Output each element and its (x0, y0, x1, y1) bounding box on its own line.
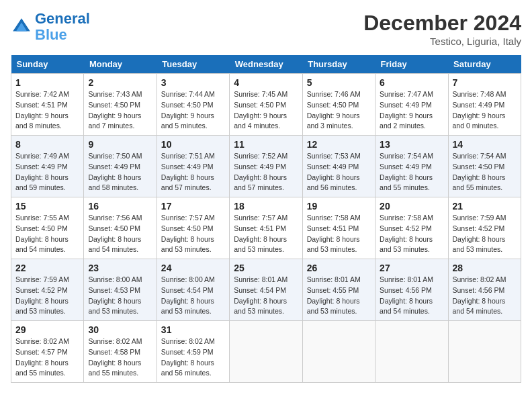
calendar-cell: 29Sunrise: 8:02 AM Sunset: 4:57 PM Dayli… (11, 321, 84, 383)
calendar-cell: 27Sunrise: 8:01 AM Sunset: 4:56 PM Dayli… (375, 259, 448, 321)
weekday-header-tuesday: Tuesday (157, 55, 229, 74)
day-number: 19 (307, 201, 371, 212)
day-info: Sunrise: 7:58 AM Sunset: 4:52 PM Dayligh… (380, 213, 443, 255)
day-number: 31 (161, 324, 225, 335)
day-info: Sunrise: 7:54 AM Sunset: 4:49 PM Dayligh… (380, 151, 443, 193)
day-number: 4 (234, 77, 298, 88)
calendar-cell: 25Sunrise: 8:01 AM Sunset: 4:54 PM Dayli… (230, 259, 302, 321)
calendar-cell: 6Sunrise: 7:47 AM Sunset: 4:49 PM Daylig… (375, 74, 448, 136)
weekday-header-row: SundayMondayTuesdayWednesdayThursdayFrid… (11, 55, 521, 74)
calendar-week-2: 8Sunrise: 7:49 AM Sunset: 4:49 PM Daylig… (11, 136, 521, 197)
day-number: 14 (453, 139, 517, 150)
day-number: 10 (161, 139, 225, 150)
day-info: Sunrise: 7:51 AM Sunset: 4:49 PM Dayligh… (161, 151, 225, 193)
day-info: Sunrise: 7:59 AM Sunset: 4:52 PM Dayligh… (453, 213, 517, 255)
day-number: 5 (307, 77, 371, 88)
day-info: Sunrise: 7:43 AM Sunset: 4:50 PM Dayligh… (88, 89, 152, 132)
day-info: Sunrise: 8:02 AM Sunset: 4:59 PM Dayligh… (161, 336, 225, 379)
calendar-cell: 19Sunrise: 7:58 AM Sunset: 4:51 PM Dayli… (302, 197, 375, 259)
logo-icon (11, 16, 32, 38)
day-number: 1 (15, 77, 79, 88)
calendar-cell: 22Sunrise: 7:59 AM Sunset: 4:52 PM Dayli… (11, 259, 84, 321)
day-info: Sunrise: 8:02 AM Sunset: 4:56 PM Dayligh… (453, 275, 517, 317)
day-number: 30 (88, 324, 152, 335)
calendar-cell: 10Sunrise: 7:51 AM Sunset: 4:49 PM Dayli… (157, 136, 229, 197)
calendar-cell: 2Sunrise: 7:43 AM Sunset: 4:50 PM Daylig… (84, 74, 157, 136)
weekday-header-friday: Friday (375, 55, 448, 74)
day-number: 7 (453, 77, 517, 88)
day-info: Sunrise: 7:54 AM Sunset: 4:50 PM Dayligh… (453, 151, 517, 193)
day-info: Sunrise: 7:57 AM Sunset: 4:50 PM Dayligh… (161, 213, 225, 255)
logo: General Blue (11, 11, 90, 43)
calendar-cell (230, 321, 302, 383)
day-number: 17 (161, 201, 225, 212)
day-info: Sunrise: 7:44 AM Sunset: 4:50 PM Dayligh… (161, 89, 225, 132)
calendar-cell: 30Sunrise: 8:02 AM Sunset: 4:58 PM Dayli… (84, 321, 157, 383)
day-number: 13 (380, 139, 443, 150)
title-section: December 2024 Testico, Liguria, Italy (363, 11, 521, 47)
day-info: Sunrise: 7:48 AM Sunset: 4:49 PM Dayligh… (453, 89, 517, 132)
day-info: Sunrise: 7:49 AM Sunset: 4:49 PM Dayligh… (15, 151, 79, 193)
day-info: Sunrise: 8:00 AM Sunset: 4:53 PM Dayligh… (88, 275, 152, 317)
calendar-cell: 20Sunrise: 7:58 AM Sunset: 4:52 PM Dayli… (375, 197, 448, 259)
calendar-cell: 31Sunrise: 8:02 AM Sunset: 4:59 PM Dayli… (157, 321, 229, 383)
calendar-cell: 18Sunrise: 7:57 AM Sunset: 4:51 PM Dayli… (230, 197, 302, 259)
day-info: Sunrise: 7:46 AM Sunset: 4:50 PM Dayligh… (307, 89, 371, 132)
day-number: 26 (307, 263, 371, 273)
day-info: Sunrise: 7:45 AM Sunset: 4:50 PM Dayligh… (234, 89, 298, 132)
calendar-cell: 5Sunrise: 7:46 AM Sunset: 4:50 PM Daylig… (302, 74, 375, 136)
day-number: 15 (15, 201, 79, 212)
day-info: Sunrise: 7:52 AM Sunset: 4:49 PM Dayligh… (234, 151, 298, 193)
day-number: 9 (88, 139, 152, 150)
calendar-cell: 1Sunrise: 7:42 AM Sunset: 4:51 PM Daylig… (11, 74, 84, 136)
day-number: 24 (161, 263, 225, 273)
day-info: Sunrise: 8:01 AM Sunset: 4:54 PM Dayligh… (234, 275, 298, 317)
weekday-header-saturday: Saturday (448, 55, 521, 74)
calendar-cell: 17Sunrise: 7:57 AM Sunset: 4:50 PM Dayli… (157, 197, 229, 259)
day-info: Sunrise: 8:00 AM Sunset: 4:54 PM Dayligh… (161, 275, 225, 317)
day-info: Sunrise: 7:55 AM Sunset: 4:50 PM Dayligh… (15, 213, 79, 255)
calendar-week-1: 1Sunrise: 7:42 AM Sunset: 4:51 PM Daylig… (11, 74, 521, 136)
day-number: 8 (15, 139, 79, 150)
day-number: 20 (380, 201, 443, 212)
day-info: Sunrise: 7:47 AM Sunset: 4:49 PM Dayligh… (380, 89, 443, 132)
day-info: Sunrise: 8:02 AM Sunset: 4:57 PM Dayligh… (15, 336, 79, 379)
month-title: December 2024 (363, 11, 521, 36)
calendar-cell: 3Sunrise: 7:44 AM Sunset: 4:50 PM Daylig… (157, 74, 229, 136)
weekday-header-thursday: Thursday (302, 55, 375, 74)
day-number: 18 (234, 201, 298, 212)
day-info: Sunrise: 8:02 AM Sunset: 4:58 PM Dayligh… (88, 336, 152, 379)
calendar-cell: 9Sunrise: 7:50 AM Sunset: 4:49 PM Daylig… (84, 136, 157, 197)
calendar-week-5: 29Sunrise: 8:02 AM Sunset: 4:57 PM Dayli… (11, 321, 521, 383)
calendar-cell: 15Sunrise: 7:55 AM Sunset: 4:50 PM Dayli… (11, 197, 84, 259)
calendar-week-3: 15Sunrise: 7:55 AM Sunset: 4:50 PM Dayli… (11, 197, 521, 259)
calendar-cell: 14Sunrise: 7:54 AM Sunset: 4:50 PM Dayli… (448, 136, 521, 197)
day-number: 3 (161, 77, 225, 88)
calendar-cell (302, 321, 375, 383)
day-info: Sunrise: 7:59 AM Sunset: 4:52 PM Dayligh… (15, 275, 79, 317)
day-number: 11 (234, 139, 298, 150)
day-info: Sunrise: 7:42 AM Sunset: 4:51 PM Dayligh… (15, 89, 79, 132)
day-info: Sunrise: 7:57 AM Sunset: 4:51 PM Dayligh… (234, 213, 298, 255)
calendar-cell: 28Sunrise: 8:02 AM Sunset: 4:56 PM Dayli… (448, 259, 521, 321)
calendar-cell: 16Sunrise: 7:56 AM Sunset: 4:50 PM Dayli… (84, 197, 157, 259)
calendar-cell: 13Sunrise: 7:54 AM Sunset: 4:49 PM Dayli… (375, 136, 448, 197)
logo-text: General Blue (35, 11, 90, 43)
weekday-header-sunday: Sunday (11, 55, 84, 74)
calendar-cell (375, 321, 448, 383)
calendar-cell: 23Sunrise: 8:00 AM Sunset: 4:53 PM Dayli… (84, 259, 157, 321)
location: Testico, Liguria, Italy (363, 36, 521, 47)
day-number: 27 (380, 263, 443, 273)
day-info: Sunrise: 7:50 AM Sunset: 4:49 PM Dayligh… (88, 151, 152, 193)
calendar-cell: 4Sunrise: 7:45 AM Sunset: 4:50 PM Daylig… (230, 74, 302, 136)
day-number: 22 (15, 263, 79, 273)
day-number: 28 (453, 263, 517, 273)
calendar-week-4: 22Sunrise: 7:59 AM Sunset: 4:52 PM Dayli… (11, 259, 521, 321)
calendar-cell (448, 321, 521, 383)
day-number: 6 (380, 77, 443, 88)
calendar-cell: 21Sunrise: 7:59 AM Sunset: 4:52 PM Dayli… (448, 197, 521, 259)
day-info: Sunrise: 8:01 AM Sunset: 4:55 PM Dayligh… (307, 275, 371, 317)
day-info: Sunrise: 7:58 AM Sunset: 4:51 PM Dayligh… (307, 213, 371, 255)
calendar-cell: 11Sunrise: 7:52 AM Sunset: 4:49 PM Dayli… (230, 136, 302, 197)
calendar-table: SundayMondayTuesdayWednesdayThursdayFrid… (11, 55, 521, 383)
